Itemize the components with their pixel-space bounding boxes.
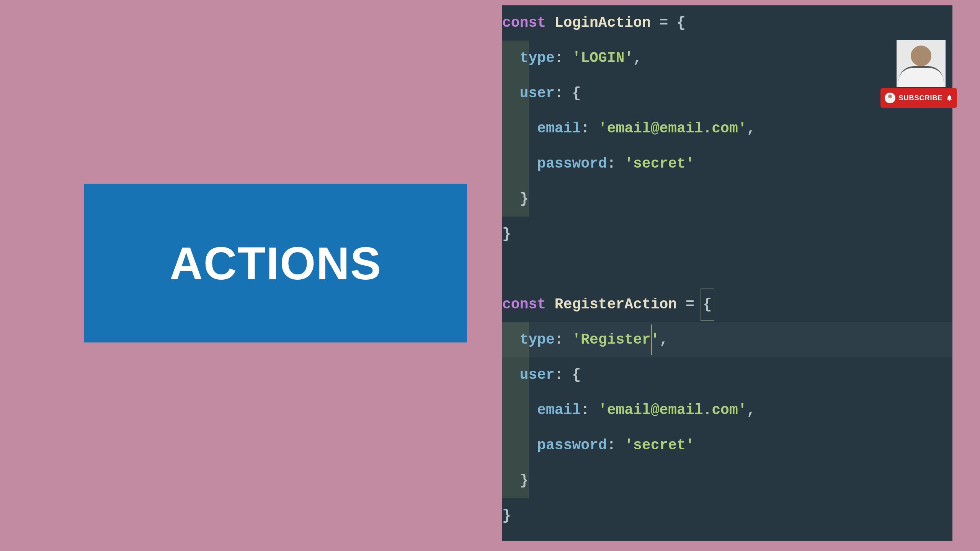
code-token: type xyxy=(520,331,555,348)
text-cursor xyxy=(651,324,652,355)
code-token xyxy=(502,85,520,101)
code-token: 'secret' xyxy=(624,155,694,172)
code-line: } xyxy=(502,463,952,498)
code-token: : xyxy=(581,402,598,418)
code-token: LoginAction xyxy=(555,15,651,31)
code-token: , xyxy=(747,120,756,137)
code-token: email xyxy=(537,402,581,418)
code-token: : xyxy=(581,120,598,137)
code-line: } xyxy=(502,181,952,217)
code-token: : xyxy=(607,155,625,172)
actions-card: ACTIONS xyxy=(84,184,467,342)
code-line: const LoginAction = { xyxy=(502,5,952,41)
code-token: } xyxy=(502,226,511,242)
code-token: password xyxy=(537,155,607,172)
code-token: : xyxy=(555,331,572,348)
code-token: : { xyxy=(555,367,581,383)
code-token: = { xyxy=(651,15,686,31)
code-token xyxy=(546,296,555,313)
code-token: password xyxy=(537,437,607,453)
code-token: } xyxy=(502,472,528,489)
code-token: const xyxy=(502,15,546,31)
code-line: email: 'email@email.com', xyxy=(502,393,952,428)
code-token: type xyxy=(520,50,555,66)
code-token: } xyxy=(502,191,528,207)
code-token: user xyxy=(520,85,555,101)
code-line: } xyxy=(502,498,952,533)
code-token: user xyxy=(520,367,555,383)
code-line: password: 'secret' xyxy=(502,428,952,463)
code-token xyxy=(502,120,537,137)
code-line: } xyxy=(502,217,952,252)
code-content: const LoginAction = { type: 'LOGIN', use… xyxy=(502,5,952,533)
code-line: type: 'LOGIN', xyxy=(502,41,952,76)
code-token xyxy=(546,15,555,31)
code-token: , xyxy=(659,331,668,348)
code-token xyxy=(502,437,537,453)
code-token: , xyxy=(633,50,642,66)
code-token: , xyxy=(747,402,756,418)
code-token: = { xyxy=(677,296,712,313)
actions-title: ACTIONS xyxy=(170,237,382,290)
code-token xyxy=(502,367,520,383)
code-line: email: 'email@email.com', xyxy=(502,111,952,146)
code-token: 'secret' xyxy=(624,437,694,453)
code-line: password: 'secret' xyxy=(502,146,952,181)
code-editor[interactable]: const LoginAction = { type: 'LOGIN', use… xyxy=(502,5,952,541)
code-token: const xyxy=(502,296,546,313)
code-token: email xyxy=(537,120,581,137)
code-token xyxy=(502,402,537,418)
code-token: RegisterAction xyxy=(555,296,677,313)
code-token: : xyxy=(555,50,572,66)
code-token: : { xyxy=(555,85,581,101)
code-token xyxy=(502,155,537,172)
code-line xyxy=(502,252,952,287)
code-token: 'email@email.com' xyxy=(598,120,747,137)
code-token xyxy=(502,331,520,348)
code-token xyxy=(502,50,520,66)
code-token: 'Register' xyxy=(572,331,659,348)
code-token: 'LOGIN' xyxy=(572,50,633,66)
code-line: user: { xyxy=(502,76,952,111)
code-line: const RegisterAction = { xyxy=(502,287,952,322)
code-token: } xyxy=(502,507,511,524)
code-token: 'email@email.com' xyxy=(598,402,747,418)
code-line: type: 'Register', xyxy=(502,322,952,357)
code-token: : xyxy=(607,437,625,453)
code-line: user: { xyxy=(502,357,952,393)
